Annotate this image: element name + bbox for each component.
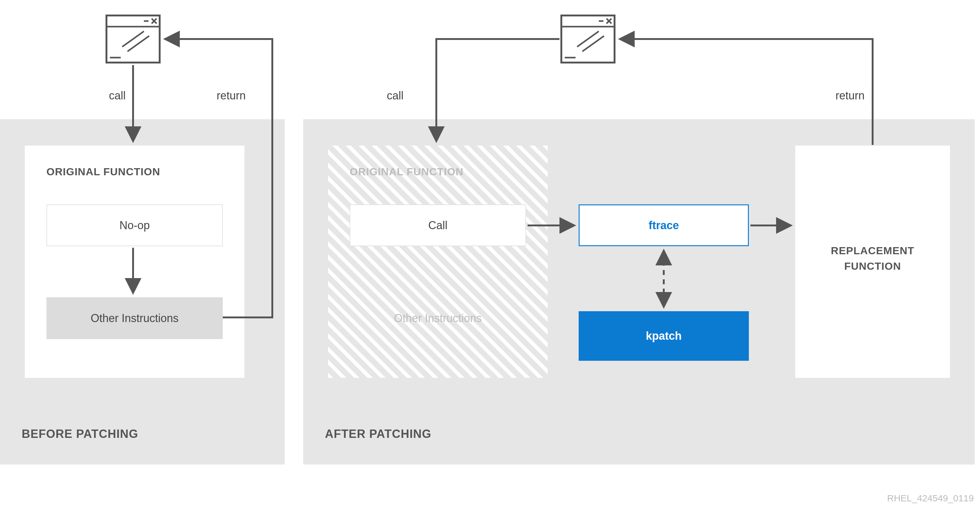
noop-text: No-op [119, 219, 150, 232]
before-original-function-heading: ORIGINAL FUNCTION [46, 166, 160, 178]
kpatch-diagram: BEFORE PATCHING AFTER PATCHING ORIGINAL … [0, 0, 980, 506]
after-call-label: call [387, 89, 404, 102]
ftrace-box: ftrace [579, 204, 749, 246]
before-original-function-box [25, 145, 245, 378]
before-noop-box: No-op [46, 204, 223, 246]
before-call-label: call [109, 89, 126, 102]
kpatch-text: kpatch [646, 329, 682, 343]
after-original-function-heading: ORIGINAL FUNCTION [350, 166, 463, 178]
before-return-label: return [216, 89, 246, 102]
ftrace-text: ftrace [649, 219, 679, 232]
after-call-text: Call [428, 219, 447, 232]
after-original-function-box [328, 145, 548, 378]
after-other-text: Other Instructions [394, 312, 482, 325]
footer-id: RHEL_424549_0119 [887, 493, 974, 503]
replacement-function-text1: REPLACEMENT [795, 245, 950, 257]
window-icon-before [105, 14, 161, 64]
after-other-box: Other Instructions [350, 297, 526, 339]
after-call-box: Call [350, 204, 526, 246]
replacement-function-text2: FUNCTION [795, 260, 950, 272]
before-other-box: Other Instructions [46, 297, 223, 339]
window-icon-after [560, 14, 616, 64]
before-other-text: Other Instructions [91, 312, 178, 325]
after-return-label: return [835, 89, 865, 102]
after-title: AFTER PATCHING [325, 427, 431, 441]
before-title: BEFORE PATCHING [22, 427, 138, 441]
kpatch-box: kpatch [579, 311, 749, 361]
